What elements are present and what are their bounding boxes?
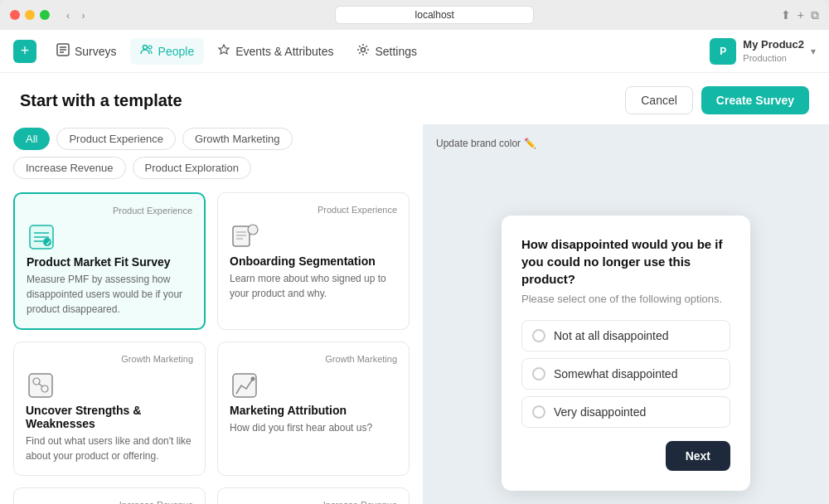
browser-actions: ⬆ + ⧉ [781,8,819,22]
onboarding-icon [230,221,259,251]
surveys-icon [56,43,70,60]
svg-point-14 [248,225,258,235]
settings-icon [356,43,370,60]
svg-point-5 [148,46,152,49]
survey-preview: How disappointed would you be if you cou… [502,216,750,491]
new-tab-button[interactable]: + [797,8,804,22]
edit-icon: ✏️ [524,138,536,149]
card-badge-onboarding: Product Experience [230,205,397,215]
card-onboarding[interactable]: Product Experience Onboarding Segmentati… [217,192,410,330]
people-label: People [158,45,195,58]
survey-subtitle: Please select one of the following optio… [521,293,730,305]
cancel-button[interactable]: Cancel [625,86,693,114]
browser-addressbar: localhost [95,6,774,24]
traffic-light-red[interactable] [10,10,20,20]
update-brand-color[interactable]: Update brand color ✏️ [436,138,536,149]
card-desc-pmf: Measure PMF by assessing how disappointe… [27,272,192,317]
page-title: Start with a template [20,91,182,110]
survey-footer: Next [521,441,730,471]
page-header: Start with a template Cancel Create Surv… [0,73,829,124]
filter-product-exploration[interactable]: Product Exploration [133,157,251,179]
people-icon [140,43,153,60]
card-badge-missed-trial: Increase Revenue [230,500,397,504]
strengths-icon [26,371,56,400]
card-badge-churn: Increase Revenue [26,500,193,504]
card-churn[interactable]: Increase Revenue Churn Survey Find out w… [13,487,206,504]
card-strengths[interactable]: Growth Marketing Uncover Strengths & Wea… [13,342,206,476]
card-badge-strengths: Growth Marketing [26,354,193,364]
traffic-light-green[interactable] [40,10,50,20]
browser-titlebar: ‹ › localhost ⬆ + ⧉ [0,0,829,30]
forward-button[interactable]: › [78,7,88,23]
survey-option-somewhat[interactable]: Somewhat disappointed [521,358,730,390]
card-title-strengths: Uncover Strengths & Weaknesses [26,404,193,430]
filter-all[interactable]: All [13,128,50,150]
attribution-icon [230,371,259,400]
settings-label: Settings [375,45,417,58]
nav-surveys[interactable]: Surveys [46,38,127,65]
radio-not-at-all [532,329,545,342]
chevron-down-icon: ▾ [811,46,816,57]
nav: + Surveys People [0,30,829,73]
traffic-light-yellow[interactable] [25,10,35,20]
browser-controls: ‹ › [63,7,89,23]
profile-sub: Production [743,52,804,64]
address-input[interactable]: localhost [335,6,534,24]
card-desc-attribution: How did you first hear about us? [230,420,397,435]
traffic-lights [10,10,50,20]
brand-color-label: Update brand color [436,138,521,149]
card-desc-strengths: Find out what users like and don't like … [26,434,193,463]
option-label-somewhat: Somewhat disappointed [554,367,677,380]
svg-point-23 [251,377,255,381]
profile-info: My Produc2 Production [743,38,804,64]
add-button[interactable]: + [13,40,36,63]
back-button[interactable]: ‹ [63,7,73,23]
card-pmf[interactable]: Product Experience ✓ Product Market Fit … [13,192,206,330]
surveys-label: Surveys [75,45,117,58]
filter-increase-revenue[interactable]: Increase Revenue [13,157,126,179]
card-desc-onboarding: Learn more about who signed up to your p… [230,271,397,301]
left-panel: All Product Experience Growth Marketing … [0,124,423,504]
nav-events[interactable]: Events & Attributes [207,38,343,65]
option-label-very: Very disappointed [554,405,646,419]
radio-very [532,405,545,419]
card-attribution[interactable]: Growth Marketing Marketing Attribution H… [217,342,410,476]
svg-point-6 [361,47,366,51]
survey-option-not-at-all[interactable]: Not at all disappointed [521,320,730,351]
right-panel: Update brand color ✏️ How disappointed w… [423,124,829,504]
option-label-not-at-all: Not at all disappointed [554,329,669,342]
card-badge-attribution: Growth Marketing [230,354,397,364]
card-badge-pmf: Product Experience [27,206,192,216]
filter-product-experience[interactable]: Product Experience [56,128,175,150]
pmf-icon: ✓ [27,222,56,252]
card-missed-trial[interactable]: Increase Revenue Missed Trial Conversion… [217,487,410,504]
card-title-onboarding: Onboarding Segmentation [230,254,397,268]
browser-chrome: ‹ › localhost ⬆ + ⧉ [0,0,829,30]
events-icon [217,43,230,60]
cards-grid: Product Experience ✓ Product Market Fit … [13,192,410,504]
events-label: Events & Attributes [235,45,333,58]
create-survey-button[interactable]: Create Survey [701,86,809,114]
card-title-attribution: Marketing Attribution [230,404,397,417]
header-actions: Cancel Create Survey [625,86,809,114]
profile-name: My Produc2 [743,38,804,52]
next-button[interactable]: Next [666,441,730,471]
svg-text:✓: ✓ [46,240,51,247]
content-area: All Product Experience Growth Marketing … [0,124,829,504]
svg-point-4 [143,45,147,49]
split-button[interactable]: ⧉ [811,8,819,22]
card-title-pmf: Product Market Fit Survey [27,255,192,269]
app: + Surveys People [0,30,829,504]
radio-somewhat [532,367,545,380]
filter-tabs: All Product Experience Growth Marketing … [13,124,410,179]
filter-growth-marketing[interactable]: Growth Marketing [182,128,293,150]
nav-settings[interactable]: Settings [347,38,427,65]
survey-question: How disappointed would you be if you cou… [521,235,730,288]
profile[interactable]: P My Produc2 Production ▾ [710,38,816,65]
profile-avatar: P [710,38,736,65]
nav-people[interactable]: People [130,38,205,65]
svg-rect-13 [233,226,250,246]
survey-option-very[interactable]: Very disappointed [521,396,730,428]
share-button[interactable]: ⬆ [781,8,791,22]
